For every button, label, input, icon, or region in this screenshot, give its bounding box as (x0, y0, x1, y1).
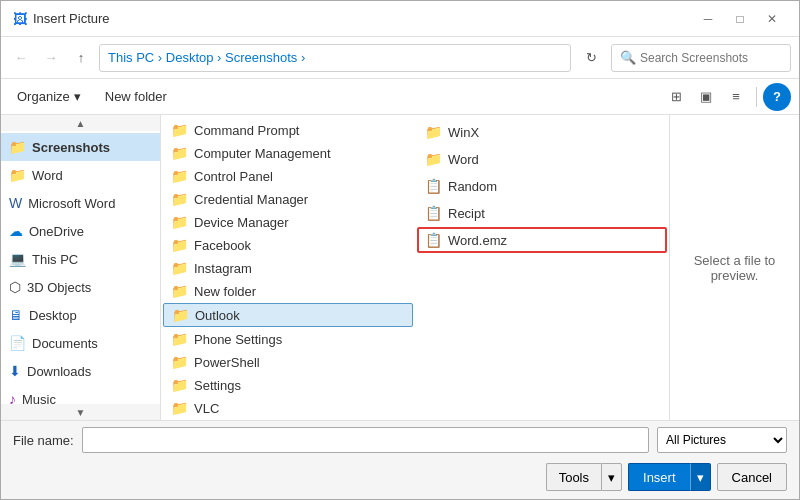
file-item-label: Command Prompt (194, 123, 299, 138)
sidebar-item-desktop[interactable]: 🖥 Desktop (1, 301, 160, 329)
tools-label: Tools (559, 470, 589, 485)
title-bar: 🖼 Insert Picture ─ □ ✕ (1, 1, 799, 37)
folder-icon: 📁 (171, 191, 188, 207)
tools-main-button[interactable]: Tools (546, 463, 601, 491)
preview-text: Select a file to preview. (686, 253, 783, 283)
tools-chevron-icon: ▾ (608, 470, 615, 485)
search-input[interactable] (640, 51, 790, 65)
file-name-label: File name: (13, 433, 74, 448)
sidebar-item-3d-objects[interactable]: ⬡ 3D Objects (1, 273, 160, 301)
folder-icon: 📁 (171, 168, 188, 184)
sidebar-scroll-up[interactable]: ▲ (1, 115, 160, 131)
toolbar: Organize ▾ New folder ⊞ ▣ ≡ ? (1, 79, 799, 115)
help-button[interactable]: ? (763, 83, 791, 111)
file-item-outlook[interactable]: 📁 Outlook (163, 303, 413, 327)
folder-icon: 📁 (171, 377, 188, 393)
list-view-button[interactable]: ▣ (692, 83, 720, 111)
folder-icon: 📁 (171, 214, 188, 230)
file-item-label: Word.emz (448, 233, 507, 248)
organize-label: Organize (17, 89, 70, 104)
file-item-label: Computer Management (194, 146, 331, 161)
sidebar-item-label: 3D Objects (27, 280, 91, 295)
file-item-new-folder[interactable]: 📁 New folder (163, 280, 413, 302)
folder-icon: 📁 (171, 237, 188, 253)
insert-arrow-button[interactable]: ▾ (690, 463, 711, 491)
address-bar: ← → ↑ This PC › Desktop › Screenshots › … (1, 37, 799, 79)
new-folder-label: New folder (105, 89, 167, 104)
breadcrumb[interactable]: This PC › Desktop › Screenshots › (99, 44, 571, 72)
file-item-label: Recipt (448, 206, 485, 221)
forward-button[interactable]: → (39, 46, 63, 70)
file-item-device-manager[interactable]: 📁 Device Manager (163, 211, 413, 233)
grid-view-button[interactable]: ⊞ (662, 83, 690, 111)
sidebar-item-label: Documents (32, 336, 98, 351)
back-button[interactable]: ← (9, 46, 33, 70)
file-pane: 📁 Command Prompt 📁 Computer Management 📁… (161, 115, 799, 420)
file-icon: 📋 (425, 178, 442, 194)
file-item-label: Device Manager (194, 215, 289, 230)
file-item-label: Outlook (195, 308, 240, 323)
file-item-word2[interactable]: 📁 Word (417, 146, 667, 172)
organize-chevron-icon: ▾ (74, 89, 81, 104)
view-controls: ⊞ ▣ ≡ ? (662, 83, 791, 111)
file-item-label: Phone Settings (194, 332, 282, 347)
refresh-button[interactable]: ↻ (577, 44, 605, 72)
folder-icon: 📁 (171, 400, 188, 416)
file-item-phone-settings[interactable]: 📁 Phone Settings (163, 328, 413, 350)
sidebar-item-label: Downloads (27, 364, 91, 379)
desktop-icon: 🖥 (9, 307, 23, 323)
sidebar-items-list: 📁 Screenshots 📁 Word W Microsoft Word ☁ … (1, 131, 160, 420)
file-item-computer-management[interactable]: 📁 Computer Management (163, 142, 413, 164)
sidebar-item-this-pc[interactable]: 💻 This PC (1, 245, 160, 273)
sidebar-scroll-down[interactable]: ▼ (1, 404, 160, 420)
organize-button[interactable]: Organize ▾ (9, 85, 89, 108)
file-item-label: VLC (194, 401, 219, 416)
sidebar-item-documents[interactable]: 📄 Documents (1, 329, 160, 357)
file-item-control-panel[interactable]: 📁 Control Panel (163, 165, 413, 187)
sidebar-item-label: OneDrive (29, 224, 84, 239)
sidebar-item-label: Desktop (29, 308, 77, 323)
sidebar-item-screenshots[interactable]: 📁 Screenshots (1, 133, 160, 161)
minimize-button[interactable]: ─ (693, 7, 723, 31)
sidebar-item-label: Screenshots (32, 140, 110, 155)
emz-file-icon: 📋 (425, 232, 442, 248)
file-item-winx[interactable]: 📁 WinX (417, 119, 667, 145)
tools-arrow-button[interactable]: ▾ (601, 463, 622, 491)
file-item-label: Control Panel (194, 169, 273, 184)
file-item-word-emz[interactable]: 📋 Word.emz (417, 227, 667, 253)
window-controls: ─ □ ✕ (693, 7, 787, 31)
file-item-powershell[interactable]: 📁 PowerShell (163, 351, 413, 373)
new-folder-button[interactable]: New folder (97, 85, 175, 108)
file-item-command-prompt[interactable]: 📁 Command Prompt (163, 119, 413, 141)
cancel-button[interactable]: Cancel (717, 463, 787, 491)
file-item-random[interactable]: 📋 Random (417, 173, 667, 199)
file-name-input[interactable] (82, 427, 649, 453)
insert-button-group: Insert ▾ (628, 463, 711, 491)
sidebar-item-word[interactable]: 📁 Word (1, 161, 160, 189)
pc-icon: 💻 (9, 251, 26, 267)
file-item-instagram[interactable]: 📁 Instagram (163, 257, 413, 279)
insert-picture-dialog: 🖼 Insert Picture ─ □ ✕ ← → ↑ This PC › D… (0, 0, 800, 500)
details-view-button[interactable]: ≡ (722, 83, 750, 111)
preview-panel: Select a file to preview. (669, 115, 799, 420)
insert-main-button[interactable]: Insert (628, 463, 690, 491)
file-item-label: Facebook (194, 238, 251, 253)
sidebar-item-label: Word (32, 168, 63, 183)
file-type-select[interactable]: All Pictures All Files (657, 427, 787, 453)
up-button[interactable]: ↑ (69, 46, 93, 70)
folder-icon: 📁 (9, 139, 26, 155)
file-item-facebook[interactable]: 📁 Facebook (163, 234, 413, 256)
insert-chevron-icon: ▾ (697, 470, 704, 485)
file-item-settings[interactable]: 📁 Settings (163, 374, 413, 396)
sidebar-item-microsoft-word[interactable]: W Microsoft Word (1, 189, 160, 217)
search-box[interactable]: 🔍 (611, 44, 791, 72)
sidebar-item-onedrive[interactable]: ☁ OneDrive (1, 217, 160, 245)
sidebar-item-downloads[interactable]: ⬇ Downloads (1, 357, 160, 385)
file-item-recipt[interactable]: 📋 Recipt (417, 200, 667, 226)
file-item-vlc[interactable]: 📁 VLC (163, 397, 413, 419)
maximize-button[interactable]: □ (725, 7, 755, 31)
dialog-title: Insert Picture (33, 11, 693, 26)
file-item-credential-manager[interactable]: 📁 Credential Manager (163, 188, 413, 210)
folder-icon: 📁 (425, 124, 442, 140)
close-button[interactable]: ✕ (757, 7, 787, 31)
